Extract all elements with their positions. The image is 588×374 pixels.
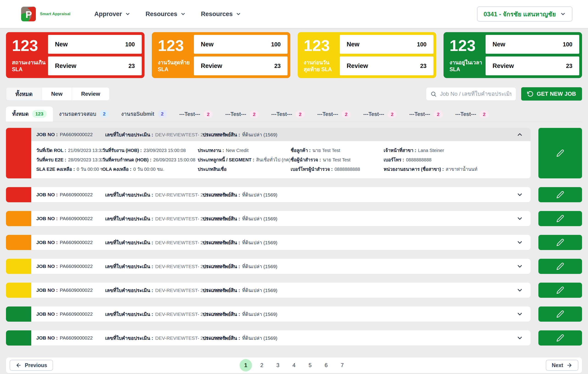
detail-value: 0 วัน 00:00 ชม. [77, 166, 103, 173]
nav-menu-label: Approver [94, 10, 122, 18]
page-number-button[interactable]: 2 [256, 359, 268, 372]
pencil-icon [556, 239, 564, 246]
property-type-cell: ประเภททรัพย์สิน : ที่ดินเปล่า (1569) [203, 191, 515, 198]
expand-row-button[interactable] [515, 309, 525, 319]
queue-tab[interactable]: ---Test--- 2 [449, 107, 495, 122]
sla-card-count: 123 [158, 38, 192, 53]
chevron-down-icon [180, 11, 186, 17]
expand-row-button[interactable] [515, 261, 525, 271]
status-strip [6, 330, 31, 345]
chevron-down-icon [125, 11, 130, 17]
sla-stat-label: New [346, 41, 359, 48]
detail-label: OLA คงเหลือ : [103, 166, 132, 173]
status-segment-button[interactable]: New [42, 87, 72, 101]
queue-tab[interactable]: ---Test--- 2 [311, 107, 357, 122]
queue-tab-label: งานรอตรวจสอบ [59, 110, 96, 118]
collapse-row-button[interactable] [515, 130, 525, 139]
expand-row-button[interactable] [515, 214, 525, 223]
expand-row-button[interactable] [515, 333, 525, 343]
detail-value: 0888888888 [406, 157, 431, 163]
arrow-right-icon [567, 362, 572, 368]
detail-label: เจ้าหน้าที่สาขา : [384, 147, 416, 154]
queue-tab[interactable]: ---Test--- 2 [403, 107, 449, 122]
page-number-button[interactable]: 4 [288, 359, 300, 372]
detail-label: ชื่อลูกค้า : [291, 147, 311, 154]
job-row-line: JOB NO : PA6609000022 เลขที่ใบคำขอประเมิ… [31, 307, 531, 322]
queue-tab[interactable]: ---Test--- 2 [357, 107, 403, 122]
job-search[interactable] [426, 87, 516, 101]
sla-card: 123 สถานะงานเกิน SLA New 100 Review 23 [6, 32, 145, 78]
app-logo: P Smart Appraisal [21, 7, 71, 21]
tab-badge: 2 [100, 110, 109, 118]
request-no-label: เลขที่ใบคำขอประเมิน : [105, 287, 153, 294]
page-number-button[interactable]: 1 [240, 359, 252, 372]
expand-row-button[interactable] [515, 238, 525, 247]
queue-tab[interactable]: ---Test--- 2 [173, 107, 219, 122]
page-number-button[interactable]: 7 [336, 359, 348, 372]
page-number-button[interactable]: 6 [320, 359, 332, 372]
edit-job-button[interactable] [538, 128, 582, 178]
get-new-job-button[interactable]: GET NEW JOB [521, 87, 582, 101]
job-no-value: PA6609000022 [60, 264, 93, 269]
sla-card-count: 123 [304, 38, 338, 53]
status-segmented-control: ทั้งหมดNewReview [6, 87, 110, 101]
sla-stat-label: Review [493, 62, 514, 70]
detail-value: 26/09/2023 15:00:08 [153, 157, 195, 163]
detail-value: 23/09/2023 15:00:08 [144, 148, 186, 153]
expand-row-button[interactable] [515, 190, 525, 199]
sla-stat-value: 23 [566, 63, 572, 69]
nav-menu-item[interactable]: Approver [94, 10, 130, 18]
property-type-label: ประเภททรัพย์สิน : [203, 131, 240, 138]
status-segment-button[interactable]: ทั้งหมด [6, 87, 42, 101]
previous-page-button[interactable]: Previous [10, 360, 53, 371]
edit-job-button[interactable] [538, 187, 582, 202]
sla-card: 123 งานก่อนวันสุดท้าย SLA New 100 Review… [298, 32, 436, 78]
nav-menu-item[interactable]: Resources [146, 10, 186, 18]
sla-stat-value: 100 [125, 41, 135, 48]
edit-job-button[interactable] [538, 211, 582, 226]
job-detail-field: วันที่รับงาน (HOB) : 23/09/2023 15:00:08 [103, 147, 198, 154]
search-input[interactable] [440, 91, 512, 97]
job-row-line: JOB NO : PA6609000022 เลขที่ใบคำขอประเมิ… [31, 259, 531, 274]
table-row-expanded: JOB NO : PA6609000022 เลขที่ใบคำขอประเมิ… [6, 128, 582, 178]
job-list: JOB NO : PA6609000022 เลขที่ใบคำขอประเมิ… [6, 128, 582, 345]
sla-stat-review: Review 23 [340, 56, 433, 75]
queue-tab[interactable]: งานรอSubmit 2 [115, 106, 173, 122]
edit-job-button[interactable] [538, 330, 582, 345]
edit-job-button[interactable] [538, 307, 582, 322]
detail-value: สินเชื่อทั่วไป (กค) [256, 156, 291, 164]
search-icon [430, 91, 437, 97]
property-type-cell: ประเภททรัพย์สิน : ที่ดินเปล่า (1569) [203, 263, 515, 270]
page-number-button[interactable]: 5 [304, 359, 316, 372]
edit-job-button[interactable] [538, 259, 582, 274]
edit-job-button[interactable] [538, 283, 582, 298]
queue-tab[interactable]: งานรอตรวจสอบ 2 [53, 106, 115, 122]
queue-tab-label: ---Test--- [225, 111, 246, 117]
edit-job-button[interactable] [538, 235, 582, 250]
request-no-label: เลขที่ใบคำขอประเมิน : [105, 131, 153, 138]
job-detail-field: เบอร์โทร : 0888888888 [384, 156, 525, 164]
page-number-button[interactable]: 3 [272, 359, 284, 372]
request-no-cell: เลขที่ใบคำขอประเมิน : DEV-REVIEWTEST- 20… [105, 191, 203, 198]
queue-tab[interactable]: ---Test--- 2 [219, 107, 265, 122]
detail-value: 28/09/2023 13:32:08 [68, 157, 102, 163]
sla-card-stats: New 100 Review 23 [340, 35, 433, 75]
job-detail-field: หน่วยงานธนาคาร (ชื่อสาขา) : สาขาท่าน้ำนน… [384, 166, 525, 173]
next-page-button[interactable]: Next [546, 360, 578, 371]
table-row: JOB NO : PA6609000022 เลขที่ใบคำขอประเมิ… [6, 259, 582, 274]
queue-tab[interactable]: ทั้งหมด 123 [6, 106, 53, 122]
nav-menu-label: Resources [201, 10, 233, 18]
sla-stat-review: Review 23 [194, 56, 288, 75]
sla-card-stats: New 100 Review 23 [48, 35, 142, 75]
app-logo-icon: P [21, 7, 36, 21]
detail-label: ชื่อผู้นำสำรวจ : [291, 156, 321, 164]
job-no-label: JOB NO : [36, 240, 58, 245]
request-no-label: เลขที่ใบคำขอประเมิน : [105, 191, 153, 198]
queue-tab[interactable]: ---Test--- 2 [265, 107, 311, 122]
user-dropdown[interactable]: 0341 - จักรชัย แสนหาญชัย [477, 6, 572, 21]
sla-stat-review: Review 23 [48, 56, 142, 75]
nav-menu-item[interactable]: Resources [201, 10, 241, 18]
queue-tab-label: ---Test--- [271, 111, 292, 117]
expand-row-button[interactable] [515, 285, 525, 295]
status-segment-button[interactable]: Review [72, 87, 110, 101]
